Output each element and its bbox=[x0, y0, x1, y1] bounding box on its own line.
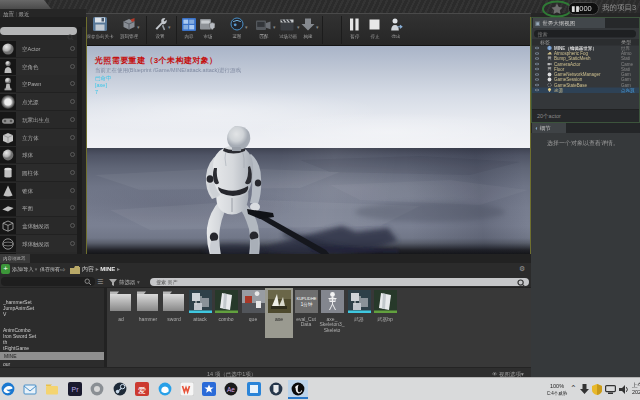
svg-text:Pr: Pr bbox=[72, 386, 80, 393]
svg-text:Ae: Ae bbox=[227, 386, 235, 393]
svg-text:爱: 爱 bbox=[138, 386, 146, 395]
svg-text:KUPLIDHE: KUPLIDHE bbox=[296, 296, 316, 301]
svg-text:1分钟: 1分钟 bbox=[300, 301, 312, 307]
